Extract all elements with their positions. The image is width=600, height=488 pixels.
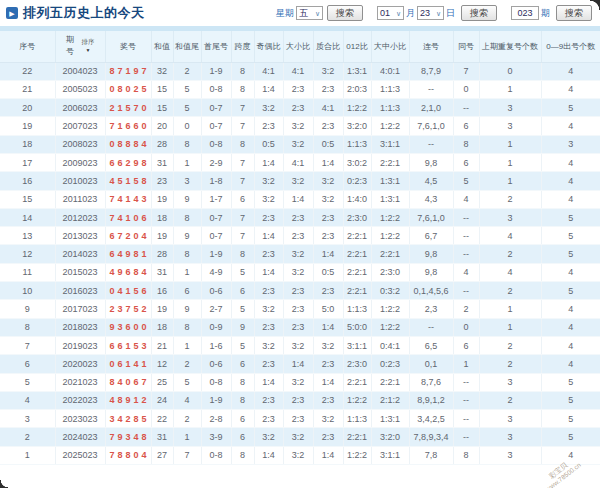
cell: 8: [231, 391, 254, 409]
col-sum-tail: 和值尾: [173, 31, 201, 62]
cell: 4: [541, 355, 600, 373]
cell: 24: [151, 391, 173, 409]
cell: 3:1:1: [343, 336, 371, 354]
cell: 16: [0, 172, 55, 190]
cell: 6: [453, 153, 479, 171]
prize-number-cell: 66298: [105, 153, 151, 171]
cell: 2:3: [283, 208, 313, 226]
cell: 2-9: [201, 153, 231, 171]
cell: 2:3: [313, 282, 343, 300]
table-row: 32023023342852222-862:32:33:21:1:31:3:13…: [0, 410, 600, 428]
cell: --: [453, 208, 479, 226]
cell: 3:0:2: [343, 153, 371, 171]
cell: 2:3: [254, 245, 283, 263]
issue-search-button[interactable]: 搜索: [556, 5, 592, 21]
cell: 1: [173, 153, 201, 171]
cell: 5: [173, 373, 201, 391]
cell: 4: [173, 391, 201, 409]
cell: 2025023: [55, 446, 105, 464]
cell: 6: [173, 282, 201, 300]
cell: 4,3: [409, 190, 453, 208]
cell: 7,6,1,0: [409, 208, 453, 226]
cell: 1: [479, 135, 541, 153]
table-row: 172009023662983112-971:44:11:43:0:22:2:1…: [0, 153, 600, 171]
table-body: 222004023871973221-984:14:13:21:3:14:0:1…: [0, 62, 600, 465]
weekday-select-value: 五: [299, 7, 308, 20]
cell: 1:4:0: [343, 190, 371, 208]
cell: 4: [541, 62, 600, 80]
cell: 4:1: [283, 153, 313, 171]
cell: 4:1: [254, 62, 283, 80]
history-table: 序号 期号 排序 奖号 和值 和值尾 首尾号 跨度 奇偶比 大小比 质合比 01…: [0, 31, 600, 465]
day-select[interactable]: 23: [417, 6, 444, 20]
cell: 3:2: [283, 428, 313, 446]
cell: 2004023: [55, 62, 105, 80]
cell: 6,5: [409, 336, 453, 354]
table-row: 62020023061411220-662:31:42:32:3:00:2:30…: [0, 355, 600, 373]
table-row: 152011023741431991-763:21:43:21:4:01:3:1…: [0, 190, 600, 208]
cell: 18: [151, 208, 173, 226]
cell: 9: [231, 318, 254, 336]
cell: 2-8: [201, 410, 231, 428]
date-search-button[interactable]: 搜索: [461, 5, 497, 21]
issue-number-input[interactable]: [511, 6, 539, 20]
cell: 1:2:2: [343, 99, 371, 117]
cell: 8: [173, 135, 201, 153]
cell: 9: [173, 300, 201, 318]
weekday-select[interactable]: 五: [296, 6, 323, 20]
cell: 4-9: [201, 263, 231, 281]
cell: 1-7: [201, 190, 231, 208]
cell: 5:0:0: [343, 318, 371, 336]
cell: 8: [173, 245, 201, 263]
cell: 2: [453, 300, 479, 318]
cell: 8: [231, 446, 254, 464]
table-row: 202006023215701550-773:22:34:11:2:21:1:3…: [0, 99, 600, 117]
cell: 2:3: [283, 99, 313, 117]
cell: 8,9,1,2: [409, 391, 453, 409]
screenshot-corner-artifact: [590, 0, 600, 10]
cell: 1:4: [254, 446, 283, 464]
cell: 7: [173, 446, 201, 464]
cell: --: [409, 318, 453, 336]
cell: 8: [231, 135, 254, 153]
cell: 28: [151, 245, 173, 263]
cell: 3:2: [283, 117, 313, 135]
cell: 0-6: [201, 282, 231, 300]
cell: 0-7: [201, 208, 231, 226]
cell: 19: [0, 117, 55, 135]
cell: 1:4: [254, 373, 283, 391]
cell: 0-7: [201, 117, 231, 135]
cell: 2:3: [283, 300, 313, 318]
cell: 0: [453, 318, 479, 336]
cell: 22: [151, 410, 173, 428]
cell: 3-9: [201, 428, 231, 446]
weekday-search-button[interactable]: 搜索: [327, 5, 363, 21]
cell: 32: [151, 62, 173, 80]
table-row: 222004023871973221-984:14:13:21:3:14:0:1…: [0, 62, 600, 80]
cell: 3:2: [283, 336, 313, 354]
cell: 2:3:0: [343, 355, 371, 373]
prize-number-cell: 49684: [105, 263, 151, 281]
cell: 0-7: [201, 99, 231, 117]
cell: 2:2:1: [343, 245, 371, 263]
cell: 3,4,2,5: [409, 410, 453, 428]
month-select[interactable]: 01: [377, 6, 404, 20]
cell: 8: [453, 446, 479, 464]
cell: 1:4: [254, 153, 283, 171]
cell: 1: [479, 172, 541, 190]
cell: 3:1:1: [371, 446, 409, 464]
cell: 15: [151, 99, 173, 117]
cell: 2: [173, 410, 201, 428]
cell: 0:5: [313, 263, 343, 281]
cell: 2009023: [55, 153, 105, 171]
cell: 2:3: [254, 355, 283, 373]
cell: 2:2:1: [343, 428, 371, 446]
prize-number-cell: 87197: [105, 62, 151, 80]
cell: 3:2: [283, 446, 313, 464]
cell: 4: [453, 190, 479, 208]
sort-control[interactable]: 排序: [82, 39, 95, 55]
cell: 5: [541, 227, 600, 245]
cell: 2018023: [55, 318, 105, 336]
col-sum: 和值: [151, 31, 173, 62]
col-issue-label: 期号: [66, 34, 75, 58]
